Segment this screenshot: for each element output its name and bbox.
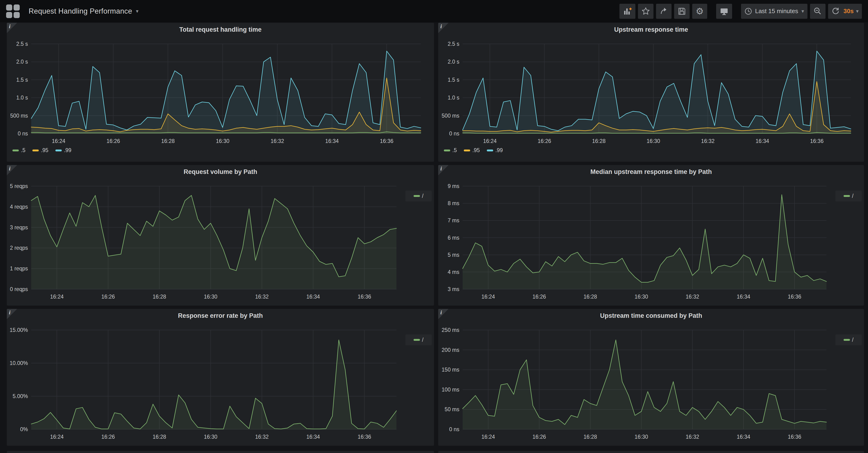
share-dashboard-button[interactable] [656,4,672,19]
plot-area: 5 reqps4 reqps3 reqps2 reqps1 reqps0 req… [7,165,434,306]
x-axis-label: 16:34 [737,434,750,440]
x-axis-label: 16:28 [584,434,597,440]
x-axis-label: 16:30 [216,138,229,144]
time-series-chart[interactable]: 2.5 s2.0 s1.5 s1.0 s500 ms0 ns16:2416:26… [438,23,864,162]
legend-item[interactable]: .95 [32,147,48,153]
x-axis-label: 16:24 [482,294,495,300]
refresh-interval-label: 30s [844,7,854,15]
legend-series-swatch [55,150,62,151]
legend-series-label: .95 [472,147,480,153]
legend-series-label: .99 [495,147,503,153]
dashboard-settings-button[interactable]: ⚙ [692,4,707,19]
panel-total-request-handling-time: i Total request handling time 2.5 s2.0 s… [7,23,434,162]
x-axis-label: 16:24 [52,138,65,144]
share-icon [659,7,668,16]
cycle-view-mode-button[interactable] [716,4,732,19]
legend-item[interactable]: .5 [444,147,457,153]
x-axis-label: 16:28 [161,138,175,144]
x-axis-label: 16:36 [358,434,371,440]
x-axis-label: 16:32 [255,434,269,440]
y-axis-label: 0 ns [18,130,28,137]
time-series-chart[interactable]: 2.5 s2.0 s1.5 s1.0 s500 ms0 ns16:2416:26… [7,23,434,162]
panel-partial-next-row [438,451,864,453]
y-axis-label: 200 ms [442,347,459,353]
dashboard-grid: i Total request handling time 2.5 s2.0 s… [0,22,868,453]
time-series-chart[interactable]: 15.00%10.00%5.00%0%16:2416:2616:2816:301… [7,309,434,446]
y-axis-label: 2.5 s [447,41,459,47]
x-axis-label: 16:26 [101,434,115,440]
legend-item[interactable]: .5 [12,147,25,153]
legend-series-label: .95 [41,147,48,153]
legend-series-swatch [444,150,450,151]
x-axis-label: 16:24 [482,434,495,440]
legend-item[interactable]: .95 [464,147,480,153]
legend-series-swatch [844,339,850,341]
y-axis-label: 15.00% [10,327,28,333]
refresh-dashboard-button[interactable]: 30s ▾ [828,4,862,19]
add-panel-button[interactable] [619,4,636,19]
x-axis-label: 16:28 [584,294,597,300]
clock-icon [744,7,752,15]
mark-favorite-button[interactable] [638,4,653,19]
legend-series-label: / [422,337,424,343]
x-axis-label: 16:26 [106,138,120,144]
y-axis-label: 1.5 s [16,77,28,83]
gear-icon: ⚙ [696,7,704,16]
y-axis-label: 7 ms [447,217,459,223]
chart-legend: / [835,190,862,201]
x-axis-label: 16:34 [325,138,339,144]
x-axis-label: 16:36 [788,434,801,440]
x-axis-label: 16:26 [101,294,115,300]
x-axis-label: 16:34 [306,294,320,300]
caret-down-icon: ▾ [802,8,804,14]
legend-item[interactable]: .99 [55,147,71,153]
y-axis-label: 0 ns [449,426,459,432]
y-axis-label: 500 ms [442,113,459,119]
save-dashboard-button[interactable] [674,4,690,19]
grafana-grid-logo[interactable] [6,4,20,18]
y-axis-label: 1.5 s [447,77,459,83]
time-series-chart[interactable]: 250 ms200 ms150 ms100 ms50 ms0 ns16:2416… [438,309,864,446]
y-axis-label: 2.5 s [16,41,28,47]
y-axis-label: 5 reqps [10,183,28,189]
legend-item[interactable]: / [844,193,854,199]
time-picker-button[interactable]: Last 15 minutes ▾ [741,4,807,19]
chart-legend: .5.95.99 [444,147,503,153]
y-axis-label: 150 ms [442,367,459,373]
y-axis-label: 10.00% [10,360,28,366]
x-axis-label: 16:26 [533,434,546,440]
time-series-chart[interactable]: 9 ms8 ms7 ms6 ms5 ms4 ms3 ms16:2416:2616… [438,165,864,306]
legend-item[interactable]: .99 [487,147,503,153]
time-series-chart[interactable]: 5 reqps4 reqps3 reqps2 reqps1 reqps0 req… [7,165,434,306]
legend-item[interactable]: / [413,193,424,199]
zoom-out-time-range-button[interactable] [810,4,826,19]
y-axis-label: 1.0 s [447,95,459,101]
x-axis-label: 16:30 [635,434,648,440]
save-icon [677,7,686,16]
legend-series-label: .5 [21,147,25,153]
x-axis-label: 16:28 [153,294,166,300]
y-axis-label: 100 ms [442,387,459,393]
x-axis-label: 16:30 [204,434,218,440]
panel-request-volume-by-path: i Request volume by Path 5 reqps4 reqps3… [7,165,434,306]
legend-item[interactable]: / [413,337,424,343]
monitor-icon [719,6,729,16]
caret-down-icon: ▾ [856,8,859,14]
x-axis-label: 16:26 [537,138,551,144]
chart-legend: / [405,190,432,201]
panel-response-error-rate-by-path: i Response error rate by Path 15.00%10.0… [7,309,434,446]
y-axis-label: 8 ms [447,200,459,206]
y-axis-label: 2.0 s [16,59,28,65]
y-axis-label: 1.0 s [16,95,28,101]
y-axis-label: 3 reqps [10,224,28,231]
x-axis-label: 16:32 [701,138,715,144]
top-navbar: Request Handling Performance ▾ ⚙ [0,0,868,22]
dashboard-title: Request Handling Performance [29,7,132,16]
x-axis-label: 16:26 [533,294,546,300]
plot-area: 2.5 s2.0 s1.5 s1.0 s500 ms0 ns16:2416:26… [7,23,434,162]
panel-median-upstream-response-time-by-path: i Median upstream response time by Path … [438,165,864,306]
y-axis-label: 0% [20,426,28,432]
legend-item[interactable]: / [844,337,854,343]
y-axis-label: 250 ms [442,327,459,333]
dashboard-title-dropdown[interactable]: Request Handling Performance ▾ [29,7,138,16]
